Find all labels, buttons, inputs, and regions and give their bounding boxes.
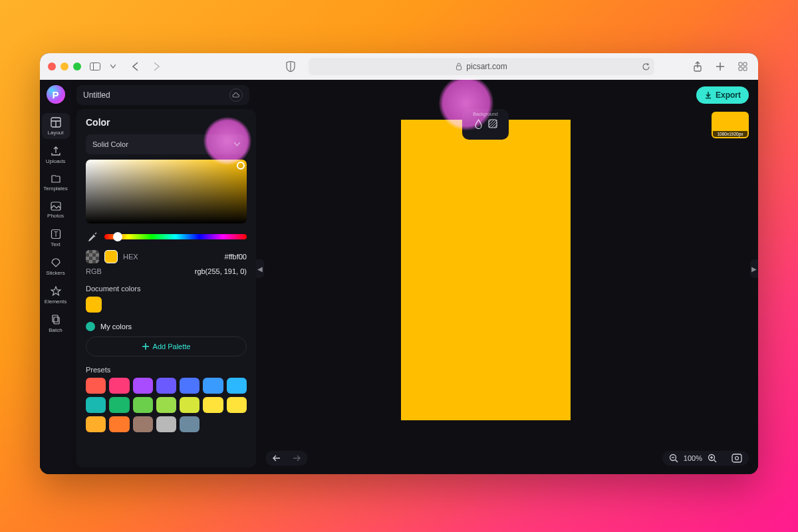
browser-chrome: picsart.com [40,53,758,80]
my-colors-row[interactable]: My colors [86,322,247,331]
preset-swatch[interactable] [133,416,153,432]
url-bar[interactable]: picsart.com [309,58,654,75]
preset-swatch[interactable] [156,416,176,432]
zoom-out-button[interactable] [669,454,678,463]
maximize-window-icon[interactable] [73,63,81,70]
svg-rect-11 [51,202,61,210]
rail-item-text[interactable]: TText [42,225,70,251]
drop-icon[interactable] [474,119,483,129]
preset-swatch[interactable] [227,378,247,394]
rail-item-photos[interactable]: Photos [42,198,70,222]
export-button[interactable]: Export [696,86,749,104]
my-colors-label: My colors [100,323,132,331]
layout-icon [51,117,61,128]
rail-item-uploads[interactable]: Uploads [42,142,70,168]
rail-item-stickers[interactable]: Stickers [42,253,70,279]
hue-pointer[interactable] [113,232,122,241]
rgb-row: RGB rgb(255, 191, 0) [86,267,247,275]
app-logo[interactable]: P [47,85,65,104]
zoom-controls: 100% [662,451,749,466]
rail-label: Stickers [46,270,65,276]
shield-icon[interactable] [283,59,298,74]
artboard[interactable] [401,120,571,420]
background-tool: Background [462,109,509,140]
presets-title: Presets [86,366,247,374]
preset-swatch[interactable] [203,397,223,413]
preset-swatch[interactable] [86,378,106,394]
app-root: P Layout Uploads Templates Photos TText … [40,80,758,474]
zoom-level[interactable]: 100% [684,454,702,462]
fill-mode-label: Solid Color [92,140,128,148]
transparency-swatch[interactable] [86,250,99,263]
refresh-icon[interactable] [642,63,650,71]
preset-swatch[interactable] [180,378,200,394]
browser-window: picsart.com P Layout Uploads Templates P… [40,53,758,474]
svg-rect-5 [743,63,747,66]
rail-label: Text [51,241,61,247]
saturation-value-picker[interactable] [86,160,247,223]
close-window-icon[interactable] [48,63,56,70]
window-controls [48,63,81,70]
preset-swatch[interactable] [86,416,106,432]
preset-swatch[interactable] [86,397,106,413]
page-thumbnail[interactable]: 1080x1920px [712,112,749,138]
preset-swatch[interactable] [156,397,176,413]
fill-mode-dropdown[interactable]: Solid Color [86,134,247,154]
preset-swatch[interactable] [109,378,129,394]
rail-label: Layout [47,130,63,136]
preset-swatch[interactable] [133,378,153,394]
project-title-bar[interactable]: Untitled [76,85,249,105]
rail-item-layout[interactable]: Layout [42,113,70,139]
add-palette-button[interactable]: Add Palette [86,336,247,356]
preset-swatch[interactable] [180,416,200,432]
rgb-value[interactable]: rgb(255, 191, 0) [195,267,247,275]
tabs-grid-icon[interactable] [735,59,750,74]
eyedropper-icon[interactable] [86,230,99,243]
forward-button[interactable] [149,59,164,74]
pattern-icon[interactable] [488,119,497,129]
svg-rect-7 [743,67,747,70]
preset-swatch[interactable] [180,397,200,413]
plus-icon [142,343,149,350]
collapse-right-handle[interactable]: ▶ [750,259,758,278]
svg-rect-6 [739,67,742,70]
svg-text:T: T [53,231,57,238]
preset-swatch[interactable] [203,378,223,394]
current-color-swatch[interactable] [104,250,118,263]
preset-swatch[interactable] [227,397,247,413]
rail-item-templates[interactable]: Templates [42,170,70,195]
sidebar-toggle-icon[interactable] [88,59,102,74]
panel-title: Color [86,117,247,128]
rail-label: Uploads [46,158,65,164]
undo-button[interactable] [273,454,283,462]
back-button[interactable] [128,59,142,74]
preset-swatch[interactable] [109,416,129,432]
preset-swatch[interactable] [133,397,153,413]
project-title: Untitled [83,90,110,100]
collapse-left-handle[interactable]: ◀ [256,259,264,278]
preset-swatch[interactable] [109,397,129,413]
fit-screen-button[interactable] [732,454,742,463]
new-tab-icon[interactable] [713,59,728,74]
document-color-swatch[interactable] [86,297,102,313]
text-icon: T [51,229,61,239]
hue-slider[interactable] [104,234,247,239]
rail-item-elements[interactable]: Elements [42,282,70,308]
stickers-icon [51,257,61,268]
rail-item-batch[interactable]: Batch [42,311,70,336]
redo-button[interactable] [290,454,301,462]
preset-swatch[interactable] [156,378,176,394]
svg-point-26 [735,457,739,460]
sv-pointer[interactable] [237,162,245,170]
svg-line-20 [675,460,678,463]
chevron-down-icon[interactable] [109,59,117,74]
zoom-in-button[interactable] [708,454,717,463]
cloud-sync-icon[interactable] [229,88,243,102]
rail-label: Batch [49,327,62,333]
minimize-window-icon[interactable] [61,63,68,70]
hex-value[interactable]: #ffbf00 [225,253,247,261]
lock-icon [456,63,462,70]
history-controls [266,451,307,466]
hex-label: HEX [123,253,138,261]
share-icon[interactable] [690,59,705,74]
